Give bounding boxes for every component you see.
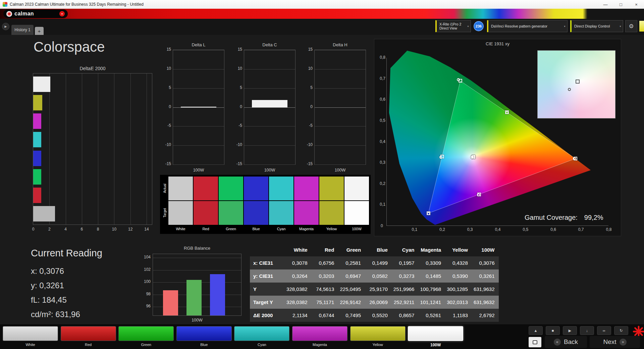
tab-history-1[interactable]: History 1 bbox=[11, 25, 34, 35]
settings-button[interactable]: ⚙ bbox=[625, 20, 637, 32]
deltae-bar-green bbox=[33, 169, 41, 185]
pattern-button-green[interactable] bbox=[118, 326, 174, 341]
axis-tick-label: 2 bbox=[45, 227, 54, 232]
bar-rows bbox=[33, 73, 152, 225]
row-label: Target Y bbox=[250, 296, 285, 309]
up-arrow-button[interactable]: ▲ bbox=[529, 326, 543, 335]
toolbar-overflow-button[interactable] bbox=[639, 21, 644, 32]
meter-selector-text: X-Rite i1Pro 2 Direct View bbox=[439, 22, 461, 30]
swatch-label: Green bbox=[219, 226, 243, 232]
y-axis-labels: 151050-5-10-15 bbox=[160, 42, 171, 177]
pattern-button-red[interactable] bbox=[61, 326, 116, 341]
page-title: Colorspace bbox=[34, 39, 105, 55]
axis-tick-label: 0 bbox=[160, 104, 171, 109]
deltae-row-blue bbox=[33, 151, 152, 166]
axis-tick-label: 0,3 bbox=[465, 227, 475, 232]
stop-button[interactable]: ■ bbox=[546, 326, 560, 335]
transport-controls: ▲■▶↓∞↻ bbox=[529, 326, 633, 335]
axis-tick-label: 8 bbox=[93, 227, 103, 232]
current-reading-title: Current Reading bbox=[31, 248, 102, 259]
row-label: Y bbox=[250, 283, 285, 296]
pattern-generator-selector[interactable]: DaVinci Resolve pattern generator ▼ bbox=[487, 20, 568, 32]
axis-tick-label: 0,6 bbox=[375, 97, 385, 102]
table-cell: 0,7495 bbox=[338, 309, 365, 322]
axis-tick-label: 0 bbox=[29, 227, 38, 232]
history-panel-toggle[interactable]: ▶ bbox=[2, 23, 9, 30]
target-row-label: Target bbox=[162, 201, 168, 225]
table-cell: 0,1957 bbox=[392, 256, 419, 269]
pattern-label-yellow: Yellow bbox=[350, 343, 406, 347]
table-cell: 252,9211 bbox=[392, 296, 419, 309]
gridline bbox=[173, 50, 224, 50]
meter-count-badge[interactable]: 236 bbox=[474, 21, 484, 31]
target-swatch-yellow bbox=[319, 201, 344, 225]
deltae-bar-white bbox=[33, 77, 50, 92]
play-button[interactable]: ▶ bbox=[563, 326, 577, 335]
close-button[interactable]: × bbox=[629, 0, 644, 9]
pattern-label-blue: Blue bbox=[176, 343, 232, 347]
gamut-coverage-label: Gamut Coverage: bbox=[525, 214, 578, 221]
axis-tick-label: 104 bbox=[139, 255, 151, 259]
table-cell: 0,5261 bbox=[418, 309, 445, 322]
maximize-button[interactable]: □ bbox=[613, 0, 629, 9]
column-header-red: Red bbox=[312, 244, 338, 256]
column-header-cyan: Cyan bbox=[392, 244, 419, 256]
table-cell: 101,1241 bbox=[418, 296, 445, 309]
axis-tick-label: 10 bbox=[231, 66, 242, 71]
pattern-button-cyan[interactable] bbox=[234, 326, 289, 341]
axis-tick-label: 0 bbox=[231, 104, 242, 109]
column-header-100w: 100W bbox=[472, 244, 499, 256]
target-marker-icon bbox=[576, 80, 580, 84]
gridline bbox=[244, 69, 295, 69]
delta-l-chart: Delta L 151050-5-10-15 100W bbox=[160, 42, 231, 177]
refresh-icon: ↻ bbox=[620, 329, 623, 333]
next-button[interactable]: Next » bbox=[590, 336, 640, 348]
reading-y: y: 0,3261 bbox=[31, 278, 80, 293]
up-arrow-icon: ▲ bbox=[534, 329, 538, 333]
actual-swatch-green bbox=[219, 177, 243, 200]
reading-fl: fL: 184,45 bbox=[31, 293, 80, 307]
axis-tick-label: 10 bbox=[302, 66, 313, 71]
pattern-button-yellow[interactable] bbox=[350, 326, 406, 341]
pattern-button-blue[interactable] bbox=[176, 326, 232, 341]
pattern-button-white[interactable] bbox=[3, 326, 58, 341]
swatch-label: White bbox=[168, 226, 193, 232]
axis-tick-label: 5 bbox=[160, 85, 171, 90]
pattern-label-100w: 100W bbox=[408, 343, 463, 347]
meter-selector[interactable]: X-Rite i1Pro 2 Direct View ▼ bbox=[435, 20, 471, 32]
deltae-bar-red bbox=[33, 188, 41, 203]
cie-chart-title: CIE 1931 xy bbox=[374, 41, 621, 46]
pattern-label-magenta: Magenta bbox=[292, 343, 347, 347]
minimize-button[interactable]: — bbox=[598, 0, 613, 9]
calman-app-window: Calman 2023 Calman Ultimate for Business… bbox=[0, 0, 644, 349]
axis-tick-label: 96 bbox=[139, 304, 151, 308]
pattern-button-100w[interactable] bbox=[408, 326, 463, 341]
table-cell: 75,1171 bbox=[312, 296, 338, 309]
link-button[interactable]: ∞ bbox=[597, 326, 611, 335]
actual-swatch-blue bbox=[244, 177, 268, 200]
refresh-button[interactable]: ↻ bbox=[614, 326, 628, 335]
axis-tick-label: 0,8 bbox=[375, 55, 385, 60]
target-swatch-magenta bbox=[294, 201, 319, 225]
gridline bbox=[153, 258, 241, 258]
add-tab-button[interactable]: + bbox=[35, 27, 44, 35]
gridline bbox=[244, 145, 295, 146]
plot-area bbox=[314, 50, 366, 165]
axis-tick-label: 102 bbox=[139, 267, 151, 272]
swatch-label: Cyan bbox=[269, 226, 293, 232]
pattern-button-magenta[interactable] bbox=[292, 326, 347, 341]
row-label: x: CIE31 bbox=[250, 256, 285, 269]
save-button[interactable]: ↓ bbox=[580, 326, 594, 335]
measured-marker-icon bbox=[568, 88, 571, 91]
gridline bbox=[173, 107, 224, 108]
actual-swatch-magenta bbox=[294, 177, 319, 200]
axis-tick-label: 0,3 bbox=[375, 160, 385, 165]
pattern-window-button[interactable] bbox=[529, 337, 541, 347]
calman-logo-menu[interactable]: calman ▼ bbox=[3, 9, 68, 18]
axis-tick-label: 0,4 bbox=[492, 227, 503, 232]
logo-dropdown-button[interactable]: ▼ bbox=[59, 11, 65, 16]
back-button[interactable]: « Back bbox=[545, 336, 587, 348]
deltae-bar-yellow bbox=[33, 95, 42, 110]
swatch-label: Magenta bbox=[294, 226, 319, 232]
display-control-selector[interactable]: Direct Display Control ▼ bbox=[570, 20, 623, 32]
